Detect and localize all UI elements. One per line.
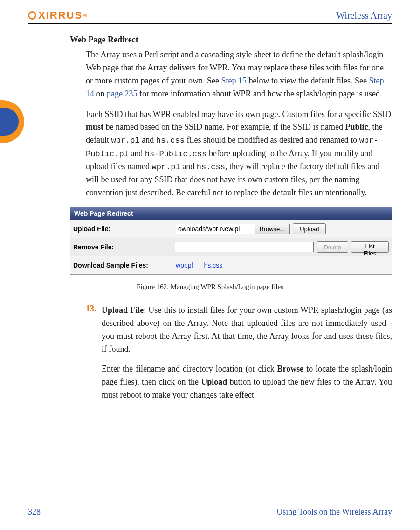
footer-title: Using Tools on the Wireless Array — [276, 507, 392, 517]
page-footer: 328 Using Tools on the Wireless Array — [28, 504, 392, 517]
text-run: and — [140, 135, 156, 145]
upload-button[interactable]: Upload — [293, 223, 326, 234]
text-run: be named based on the SSID name. For exa… — [103, 122, 345, 131]
text-run: Each SSID that has WPR enabled may have … — [86, 110, 391, 119]
text-run: on — [94, 89, 107, 98]
code-wpr-pl-2: wpr.pl — [151, 163, 180, 172]
link-page-235[interactable]: page 235 — [107, 89, 137, 98]
bold-upload: Upload — [201, 377, 227, 386]
page-number: 328 — [28, 507, 41, 517]
brand-logo: XIRRUS® — [28, 9, 88, 21]
remove-file-input[interactable] — [175, 242, 314, 252]
text-run: Enter the filename and directory locatio… — [102, 364, 277, 373]
page-header: XIRRUS® Wireless Array — [28, 9, 392, 24]
upload-label: Upload File: — [73, 225, 176, 233]
text-run: : Use this to install files for your own… — [102, 305, 392, 354]
step-number: 13. — [86, 304, 102, 408]
code-hs-public-css: hs-Public.css — [145, 150, 207, 158]
bold-public: Public — [345, 122, 368, 131]
side-tab-decoration — [0, 100, 24, 143]
step-13: 13. Upload File: Use this to install fil… — [28, 304, 392, 408]
step-body: Upload File: Use this to install files f… — [102, 304, 392, 408]
remove-row: Remove File: Delete List Files — [70, 238, 392, 256]
bold-browse: Browse — [277, 364, 304, 373]
bold-must: must — [86, 122, 103, 131]
section-heading: Web Page Redirect — [28, 35, 392, 45]
code-wpr-pl: wpr.pl — [111, 136, 139, 145]
code-hs-css: hs.css — [156, 136, 185, 145]
logo-circle-icon — [28, 11, 36, 20]
download-row: Download Sample Files: wpr.pl hs.css — [70, 256, 392, 274]
browse-button[interactable]: Browse... — [255, 224, 290, 234]
text-run: and — [129, 149, 145, 158]
product-title: Wireless Array — [336, 10, 392, 21]
text-run: and — [180, 162, 197, 171]
list-files-button[interactable]: List Files — [351, 241, 389, 253]
intro-paragraph-2: Each SSID that has WPR enabled may have … — [28, 108, 392, 200]
delete-button[interactable]: Delete — [317, 241, 348, 253]
figure-caption: Figure 162. Managing WPR Splash/Login pa… — [28, 283, 392, 291]
download-label: Download Sample Files: — [73, 262, 176, 269]
text-run: files should be modified as desired and … — [185, 135, 359, 145]
logo-text: XIRRUS — [38, 9, 83, 21]
link-step-15[interactable]: Step 15 — [221, 76, 247, 85]
text-run: below to view the default files. See — [247, 76, 369, 85]
upload-file-input[interactable] — [176, 224, 255, 234]
step-term: Upload File — [102, 305, 144, 315]
sample-file-hs[interactable]: hs.css — [204, 262, 223, 269]
code-hs-css-2: hs.css — [197, 163, 225, 172]
remove-label: Remove File: — [73, 243, 175, 251]
intro-paragraph-1: The Array uses a Perl script and a casca… — [28, 48, 392, 101]
panel-title: Web Page Redirect — [70, 207, 392, 220]
text-run: for more information about WPR and how t… — [137, 89, 382, 98]
upload-row: Upload File: Browse... Upload — [70, 220, 392, 238]
wpr-panel: Web Page Redirect Upload File: Browse...… — [70, 207, 392, 275]
sample-file-wpr[interactable]: wpr.pl — [176, 262, 193, 269]
registered-icon: ® — [83, 13, 88, 18]
